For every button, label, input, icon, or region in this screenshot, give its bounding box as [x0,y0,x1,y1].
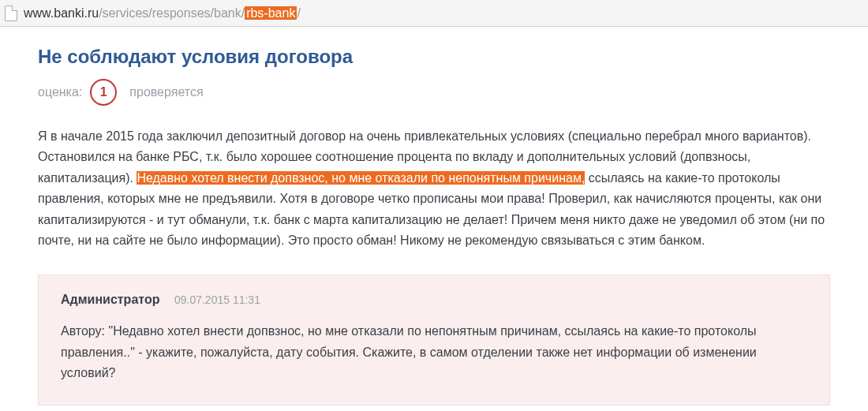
url-path-before: /services/responses/bank/ [99,6,245,20]
rating-badge: 1 [90,79,117,106]
page-icon [5,6,17,21]
review-status: проверяется [129,85,203,99]
url-highlight: rbs-bank [245,6,297,20]
reply-header: Администратор 09.07.2015 11:31 [61,293,807,307]
reply-body: Автору: "Недавно хотел внести допвзнос, … [61,321,807,383]
body-highlight: Недавно хотел внести допвзнос, но мне от… [137,171,585,185]
url-domain: www.banki.ru [24,6,99,20]
reply-author: Администратор [61,293,159,306]
url-text: www.banki.ru/services/responses/bank/rbs… [24,6,301,21]
rating-label: оценка: [38,85,82,99]
admin-reply: Администратор 09.07.2015 11:31 Автору: "… [38,275,830,405]
url-path-after: / [297,6,300,20]
reply-timestamp: 09.07.2015 11:31 [174,293,260,306]
rating-value: 1 [100,85,107,99]
review-content: Не соблюдают условия договора оценка: 1 … [0,27,868,405]
review-body: Я в начале 2015 года заключил депозитный… [38,126,830,251]
review-meta: оценка: 1 проверяется [38,79,830,106]
review-title[interactable]: Не соблюдают условия договора [38,46,830,68]
address-bar[interactable]: www.banki.ru/services/responses/bank/rbs… [0,0,868,27]
